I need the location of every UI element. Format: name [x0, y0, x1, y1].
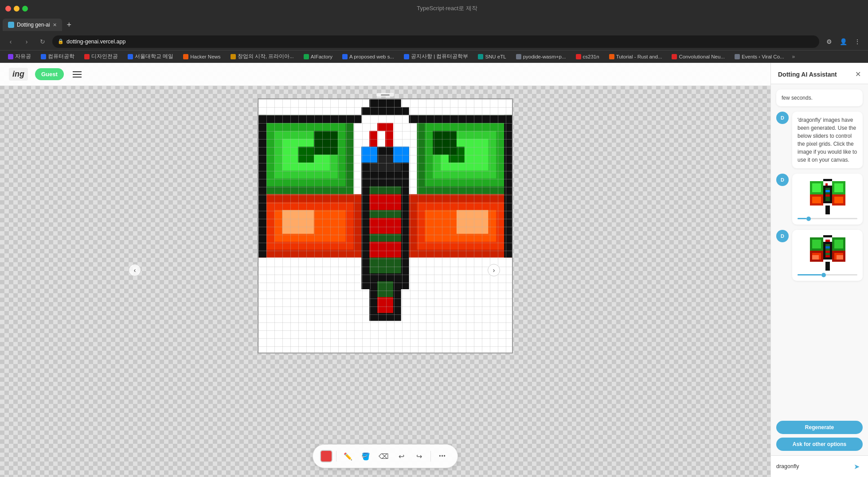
message-bubble: 'dragonfly' images have been generated. … — [792, 112, 863, 168]
bookmark-label: Events ‹ Viral Co... — [742, 54, 784, 59]
bookmark-item[interactable]: 디자인전공 — [81, 52, 121, 62]
redo-button[interactable]: ↪ — [411, 448, 427, 464]
profile-icon[interactable]: 👤 — [837, 35, 849, 48]
slider-fill-1 — [798, 218, 806, 219]
extensions-icon[interactable]: ⚙ — [823, 35, 835, 48]
bookmark-label: cs231n — [583, 54, 599, 59]
guest-button[interactable]: Guest — [35, 68, 64, 80]
svg-rect-62 — [825, 190, 828, 192]
svg-rect-81 — [825, 262, 830, 271]
close-window-button[interactable] — [5, 6, 11, 12]
bookmark-favicon — [84, 54, 90, 59]
browser-toolbar-icons: ⚙ 👤 ⋮ — [823, 35, 864, 48]
svg-rect-14 — [369, 131, 377, 147]
bookmarks-more-button[interactable]: » — [790, 54, 797, 60]
slider-2[interactable] — [798, 274, 857, 275]
bookmark-label: Tutorial - Rust and... — [616, 54, 662, 59]
svg-rect-85 — [825, 255, 830, 257]
bookmark-label: A proposed web s... — [349, 54, 394, 59]
bookmark-item[interactable]: Events ‹ Viral Co... — [731, 52, 788, 62]
svg-rect-35 — [258, 115, 266, 194]
svg-rect-41 — [298, 147, 314, 163]
color-swatch[interactable] — [320, 450, 332, 462]
svg-rect-40 — [409, 115, 512, 123]
divider — [430, 451, 431, 461]
ai-sidebar: Dotting AI Assistant ✕ few seconds. D 'd… — [770, 63, 868, 477]
canvas-nav-right-button[interactable]: › — [488, 264, 500, 276]
sidebar-header: Dotting AI Assistant ✕ — [771, 63, 868, 84]
ask-other-options-button[interactable]: Ask for other options — [776, 438, 863, 451]
bookmark-item[interactable]: Tutorial - Rust and... — [606, 52, 666, 62]
bookmark-favicon — [8, 54, 13, 59]
bookmark-item[interactable]: 컴퓨터공학 — [37, 52, 78, 62]
svg-rect-16 — [377, 123, 393, 131]
back-button[interactable]: ‹ — [4, 35, 17, 48]
avatar-d-2: D — [776, 174, 789, 186]
forward-button[interactable]: › — [20, 35, 33, 48]
bookmark-label: 디자인전공 — [91, 53, 118, 60]
bookmark-item[interactable]: 자유공 — [4, 52, 35, 62]
bookmark-favicon — [576, 54, 581, 59]
pen-tool-button[interactable]: ✏️ — [340, 448, 356, 464]
svg-rect-63 — [828, 190, 830, 192]
bucket-tool-button[interactable]: 🪣 — [358, 448, 374, 464]
pixel-image-card-1[interactable] — [792, 174, 863, 225]
traffic-lights — [5, 6, 28, 12]
reload-button[interactable]: ↻ — [36, 35, 49, 48]
system-message-text: few seconds. — [782, 95, 813, 101]
send-button[interactable]: ➤ — [850, 460, 863, 473]
message-text: 'dragonfly' images have been generated. … — [798, 117, 857, 163]
bookmark-label: 자유공 — [15, 53, 31, 60]
avatar-d-3: D — [776, 230, 789, 242]
svg-rect-44 — [433, 131, 457, 155]
bookmark-label: 서울대학교 메일 — [135, 53, 173, 60]
bookmark-label: 컴퓨터공학 — [48, 53, 74, 60]
slider-1[interactable] — [798, 218, 857, 219]
bookmark-label: AIFactory — [311, 54, 332, 59]
pixel-canvas-container[interactable] — [258, 98, 513, 353]
svg-rect-45 — [361, 147, 377, 163]
minimize-window-button[interactable] — [14, 6, 20, 12]
sidebar-close-button[interactable]: ✕ — [855, 70, 861, 78]
window-title: TypeScript·react로 제작 — [31, 4, 863, 12]
pixel-canvas[interactable] — [258, 99, 512, 353]
undo-button[interactable]: ↩ — [393, 448, 409, 464]
app-content: ing Guest ‹ › — [0, 63, 868, 477]
maximize-window-button[interactable] — [22, 6, 28, 12]
tab-close-button[interactable]: ✕ — [53, 22, 57, 28]
eraser-tool-button[interactable]: ⌫ — [375, 448, 391, 464]
avatar-d: D — [776, 112, 789, 124]
svg-rect-52 — [834, 183, 843, 192]
bookmark-item[interactable]: pyodide-wasm+p... — [512, 52, 570, 62]
active-tab[interactable]: Dotting gen-ai ✕ — [3, 19, 62, 31]
action-buttons: Regenerate Ask for other options — [771, 416, 868, 455]
bookmark-item[interactable]: 공지사항 | 컴퓨터공학부 — [400, 52, 472, 62]
svg-rect-25 — [282, 210, 314, 234]
bookmark-favicon — [735, 54, 740, 59]
svg-rect-38 — [504, 194, 512, 258]
more-icon[interactable]: ⋮ — [851, 35, 864, 48]
address-bar[interactable]: 🔒 dotting-genai.vercel.app — [52, 35, 819, 48]
lock-icon: 🔒 — [58, 39, 64, 44]
bookmark-item[interactable]: A proposed web s... — [339, 52, 398, 62]
canvas-nav-left-button[interactable]: ‹ — [129, 264, 141, 276]
avatar-message: D 'dragonfly' images have been generated… — [776, 112, 863, 168]
regenerate-button[interactable]: Regenerate — [776, 421, 863, 434]
bookmark-item[interactable]: AIFactory — [300, 52, 336, 62]
bookmark-favicon — [478, 54, 483, 59]
more-tools-button[interactable]: ••• — [434, 448, 450, 464]
bookmark-favicon — [183, 54, 188, 59]
bookmark-item[interactable]: cs231n — [572, 52, 603, 62]
new-tab-button[interactable]: + — [63, 19, 75, 31]
pixel-image-card-2[interactable] — [792, 230, 863, 281]
bookmark-item[interactable]: 서울대학교 메일 — [124, 52, 177, 62]
svg-rect-60 — [834, 197, 843, 203]
system-message: few seconds. — [776, 89, 863, 106]
chat-input[interactable] — [776, 463, 847, 469]
bookmark-item[interactable]: 창업의 시작, 프라이아... — [227, 52, 297, 62]
bookmark-item[interactable]: Hacker News — [180, 52, 224, 62]
bookmark-favicon — [304, 54, 309, 59]
bookmark-item[interactable]: Convolutional Neu... — [668, 52, 728, 62]
bookmark-item[interactable]: SNU eTL — [474, 52, 509, 62]
menu-button[interactable] — [71, 70, 83, 79]
